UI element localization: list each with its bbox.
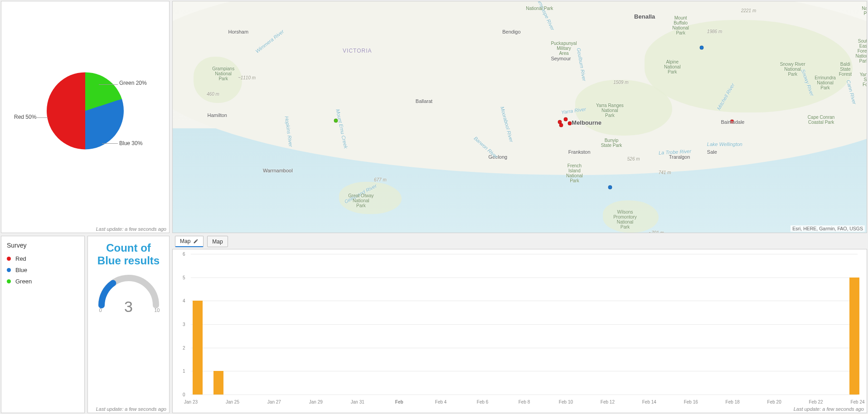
gauge-value: 3 xyxy=(124,298,133,316)
map-data-point[interactable] xyxy=(730,120,734,124)
x-axis-tick: Feb 10 xyxy=(559,399,573,404)
pie-label-red: Red 50% xyxy=(14,114,36,120)
last-update-text: Last update: a few seconds ago xyxy=(794,406,864,412)
bar[interactable] xyxy=(213,371,223,395)
bar[interactable] xyxy=(193,301,203,395)
bar[interactable] xyxy=(849,278,859,395)
map-tabs-row: Map Map xyxy=(172,236,867,247)
x-axis-tick: Feb 22 xyxy=(809,399,823,404)
x-axis-tick: Jan 27 xyxy=(267,399,281,404)
pie-chart-icon xyxy=(47,72,124,149)
legend-dot-icon xyxy=(7,257,11,261)
y-axis-tick: 5 xyxy=(183,275,185,280)
pie-chart-panel: Green 20% Blue 30% Red 50% Last update: … xyxy=(1,1,170,233)
legend-item[interactable]: Red xyxy=(7,255,79,262)
map-label-elev: 677 m xyxy=(374,177,387,182)
y-axis-tick: 6 xyxy=(183,252,185,257)
last-update-text: Last update: a few seconds ago xyxy=(96,226,166,232)
y-axis-tick: 3 xyxy=(183,322,185,327)
right-bottom-column: Map Map 0123456Jan 23Jan 25Jan 27Jan 29J… xyxy=(172,236,867,413)
map-data-point[interactable] xyxy=(334,118,338,122)
legend-dot-icon xyxy=(7,268,11,272)
tab-map-1[interactable]: Map xyxy=(175,236,204,247)
x-axis-tick: Feb 16 xyxy=(684,399,698,404)
map-data-point[interactable] xyxy=(567,122,572,126)
x-axis-tick: Feb 8 xyxy=(519,399,530,404)
x-axis-tick: Feb 14 xyxy=(642,399,656,404)
legend-item[interactable]: Green xyxy=(7,278,79,285)
map-label-park: NationPark xyxy=(862,6,867,16)
map-data-point[interactable] xyxy=(563,117,567,122)
x-axis-tick: Feb 18 xyxy=(726,399,740,404)
gauge-title: Count of Blue results xyxy=(92,242,165,267)
x-axis-tick: Jan 29 xyxy=(309,399,323,404)
bar-chart-icon: 0123456Jan 23Jan 25Jan 27Jan 29Jan 31Feb… xyxy=(191,254,858,395)
map-label-elev: ~701 m xyxy=(649,230,664,233)
callout-line xyxy=(37,117,48,118)
y-axis-tick: 1 xyxy=(183,369,185,374)
gauge-min: 0 xyxy=(99,307,102,313)
gauge-panel: Count of Blue results 3 0 10 Last update… xyxy=(87,236,170,413)
callout-line xyxy=(99,84,118,85)
tab-label: Map xyxy=(212,239,223,245)
callout-line xyxy=(102,143,118,144)
last-update-text: Last update: a few seconds ago xyxy=(96,406,166,412)
map-attribution: Esri, HERE, Garmin, FAO, USGS xyxy=(790,225,865,232)
x-axis-tick: Feb 6 xyxy=(477,399,489,404)
legend-item[interactable]: Blue xyxy=(7,267,79,273)
map-panel: VICTORIA Melbourne Geelong Ballarat Bend… xyxy=(172,1,867,233)
x-axis-tick: Feb 20 xyxy=(767,399,781,404)
map-data-point[interactable] xyxy=(559,123,563,127)
map-canvas[interactable]: VICTORIA Melbourne Geelong Ballarat Bend… xyxy=(173,1,867,233)
left-bottom-row: Survey RedBlueGreen Count of Blue result… xyxy=(1,236,170,413)
gauge-icon: 3 0 10 xyxy=(95,271,163,311)
bar-chart-panel: 0123456Jan 23Jan 25Jan 27Jan 29Jan 31Feb… xyxy=(172,249,867,413)
x-axis-tick: Feb 4 xyxy=(435,399,447,404)
legend-dot-icon xyxy=(7,279,11,283)
map-data-point[interactable] xyxy=(699,46,703,50)
x-axis-tick: Feb 24 xyxy=(850,399,864,404)
y-axis-tick: 4 xyxy=(183,298,185,303)
pie-label-green: Green 20% xyxy=(119,80,147,86)
legend-title: Survey xyxy=(7,242,79,249)
legend-label: Green xyxy=(15,278,32,285)
legend-panel: Survey RedBlueGreen xyxy=(1,236,85,413)
x-axis-tick: Jan 31 xyxy=(351,399,364,404)
legend-label: Red xyxy=(15,255,26,262)
y-axis-tick: 0 xyxy=(183,392,185,397)
pie-label-blue: Blue 30% xyxy=(119,140,142,146)
legend-label: Blue xyxy=(15,267,27,273)
gauge-max: 10 xyxy=(154,307,160,313)
y-axis-tick: 2 xyxy=(183,345,185,350)
map-label-city: Warrnambool xyxy=(263,168,293,173)
pencil-icon xyxy=(193,239,199,244)
dashboard: Green 20% Blue 30% Red 50% Last update: … xyxy=(0,0,868,414)
tab-map-2[interactable]: Map xyxy=(207,236,228,247)
x-axis-tick: Jan 23 xyxy=(184,399,198,404)
tab-label: Map xyxy=(180,238,190,244)
map-data-point[interactable] xyxy=(608,185,612,190)
x-axis-tick: Feb 12 xyxy=(601,399,615,404)
x-axis-tick: Feb xyxy=(395,399,403,404)
x-axis-tick: Jan 25 xyxy=(226,399,239,404)
